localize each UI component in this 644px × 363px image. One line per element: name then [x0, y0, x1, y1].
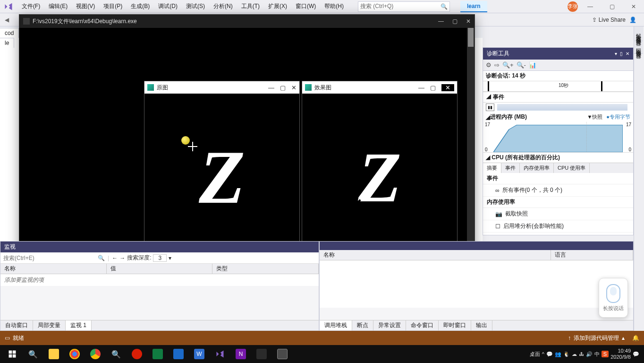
taskbar-excel-icon[interactable] [147, 345, 168, 363]
cv-max-icon[interactable]: ▢ [280, 84, 286, 91]
tab-output[interactable]: 输出 [471, 320, 492, 330]
taskbar-wps-icon[interactable]: W [189, 345, 210, 363]
taskbar-netease-icon[interactable] [127, 345, 147, 363]
quick-search-input[interactable]: 搜索 (Ctrl+Q) 🔍 [358, 1, 450, 12]
diagnostics-title-bar[interactable]: 诊断工具 ▾▯✕ [483, 48, 633, 60]
chart-icon[interactable]: 📊 [529, 61, 536, 69]
cv-title-original[interactable]: 原图 — ▢ ✕ [144, 81, 299, 94]
start-button[interactable] [2, 345, 23, 363]
zoom-out-icon[interactable]: 🔍- [517, 61, 526, 69]
toolbar-back-icon[interactable]: ◀ [5, 17, 9, 23]
tab-autos[interactable]: 自动窗口 [0, 320, 33, 330]
summary-item-snapshot[interactable]: 📷截取快照 [483, 208, 633, 220]
menu-tools[interactable]: 工具(T) [237, 1, 263, 11]
pause-icon[interactable]: ▮▮ [486, 104, 494, 111]
menu-edit[interactable]: 编辑(E) [45, 1, 71, 11]
taskbar-explorer-icon[interactable] [43, 345, 64, 363]
diag-section-memory[interactable]: ◢ 进程内存 (MB) ▼快照 ●专用字节 [483, 112, 633, 122]
menu-help[interactable]: 帮助(H) [321, 1, 347, 11]
tray-people-icon[interactable]: 👥 [555, 351, 561, 357]
taskbar-running-app-icon[interactable] [272, 345, 293, 363]
tab-breakpoints[interactable]: 断点 [352, 320, 373, 330]
tray-network-icon[interactable]: 🖧 [579, 351, 584, 357]
taskbar-tray-up-icon[interactable]: ^ [542, 351, 544, 357]
depth-value[interactable]: 3 [153, 254, 167, 262]
console-window[interactable]: F:\vs2019文件\learn\x64\Debug\learn.exe — … [19, 14, 475, 254]
diag-tab-memory[interactable]: 内存使用率 [520, 163, 554, 173]
voice-input-button[interactable]: 长按说话 [599, 278, 628, 318]
tray-qq-icon[interactable]: 🐧 [563, 351, 570, 357]
diag-tab-cpu[interactable]: CPU 使用率 [554, 163, 590, 173]
cv-min-icon[interactable]: — [268, 84, 274, 91]
console-title-bar[interactable]: F:\vs2019文件\learn\x64\Debug\learn.exe — … [19, 15, 475, 28]
vtab-solution-explorer[interactable]: 解决方案资源管理器 [634, 26, 643, 41]
solution-name-badge[interactable]: learn [460, 1, 487, 12]
status-scm[interactable]: 添加到源代码管理 [574, 334, 619, 342]
cv-close-icon[interactable]: ✕ [291, 84, 297, 91]
cv-max-icon[interactable]: ▢ [430, 84, 436, 91]
chevron-up-icon[interactable]: ▴ [622, 335, 625, 341]
taskbar-app1-icon[interactable] [168, 345, 189, 363]
menu-window[interactable]: 窗口(W) [292, 1, 320, 11]
console-maximize-icon[interactable]: ▢ [452, 18, 458, 25]
callstack-title-bar[interactable] [320, 242, 633, 250]
console-scrollbar[interactable] [467, 28, 475, 254]
menu-project[interactable]: 项目(P) [100, 1, 126, 11]
menu-analyze[interactable]: 分析(N) [210, 1, 237, 11]
goto-icon[interactable]: ⇨ [494, 61, 500, 69]
cv-title-result[interactable]: 效果图 — ▢ ✕ [302, 81, 457, 94]
menu-extensions[interactable]: 扩展(X) [264, 1, 291, 11]
col-type[interactable]: 类型 [212, 264, 319, 274]
editor-tab-le[interactable]: le [0, 38, 14, 48]
menu-debug[interactable]: 调试(D) [154, 1, 181, 11]
tray-cloud-icon[interactable]: ☁ [572, 351, 577, 357]
editor-tab-cod[interactable]: cod [0, 28, 19, 38]
chevron-down-icon[interactable]: ▾ [169, 255, 171, 261]
cs-col-name[interactable]: 名称 [320, 250, 551, 260]
depth-nav-right-icon[interactable]: → [119, 255, 125, 261]
diag-section-events[interactable]: ◢ 事件 [483, 92, 633, 103]
gear-icon[interactable]: ⚙ [486, 61, 491, 69]
opencv-window-original[interactable]: 原图 — ▢ ✕ Z [144, 81, 300, 249]
summary-item-all-events[interactable]: ∞所有事件(0 个，共 0 个) [483, 184, 633, 197]
taskbar-search-icon[interactable]: 🔍 [23, 345, 43, 363]
tray-ime-label[interactable]: 中 [594, 351, 600, 358]
taskbar-clock[interactable]: 10:49 2020/9/8 [610, 348, 631, 360]
search-icon[interactable]: 🔍 [95, 255, 108, 261]
tab-callstack[interactable]: 调用堆栈 [320, 320, 352, 330]
depth-nav-left-icon[interactable]: ← [112, 255, 118, 261]
tab-exceptions[interactable]: 异常设置 [373, 320, 406, 330]
cs-col-lang[interactable]: 语言 [551, 250, 634, 260]
feedback-icon[interactable]: 👤 [629, 17, 636, 23]
taskbar-chrome-icon[interactable] [85, 345, 106, 363]
console-close-icon[interactable]: ✕ [466, 18, 471, 25]
watch-search-input[interactable] [0, 254, 95, 262]
action-center-icon[interactable]: 💬 [633, 351, 639, 357]
opencv-window-result[interactable]: 效果图 — ▢ ✕ Z [302, 81, 458, 249]
menu-view[interactable]: 视图(V) [72, 1, 99, 11]
tray-volume-icon[interactable]: 🔊 [586, 351, 593, 357]
tray-wechat-icon[interactable]: 💬 [546, 351, 553, 357]
menu-file[interactable]: 文件(F) [18, 1, 44, 11]
taskbar-chrome-canary-icon[interactable] [64, 345, 85, 363]
taskbar-terminal-icon[interactable] [251, 345, 272, 363]
live-share-button[interactable]: ⇪ Live Share [592, 17, 626, 23]
watch-title[interactable]: 监视 [0, 242, 319, 252]
taskbar-everything-icon[interactable]: 🔍 [106, 345, 127, 363]
zoom-in-icon[interactable]: 🔍+ [502, 61, 514, 69]
taskbar-onenote-icon[interactable]: N [230, 345, 251, 363]
taskbar-vs-icon[interactable] [210, 345, 230, 363]
tray-sogou-icon[interactable]: S [602, 351, 609, 357]
cv-min-icon[interactable]: — [418, 84, 424, 91]
tab-locals[interactable]: 局部变量 [33, 320, 66, 330]
window-maximize-icon[interactable]: ▢ [602, 0, 621, 13]
window-close-icon[interactable]: ✕ [624, 0, 643, 13]
diagnostics-timeline[interactable]: 10秒 [483, 81, 633, 92]
window-minimize-icon[interactable]: — [581, 0, 600, 13]
panel-dropdown-icon[interactable]: ▾ [615, 51, 617, 56]
notifications-icon[interactable]: 🔔 [632, 335, 639, 341]
tab-command[interactable]: 命令窗口 [406, 320, 439, 330]
console-minimize-icon[interactable]: — [438, 18, 444, 25]
diag-section-cpu[interactable]: ◢ CPU (所有处理器的百分比) [483, 152, 633, 163]
col-value[interactable]: 值 [107, 264, 213, 274]
